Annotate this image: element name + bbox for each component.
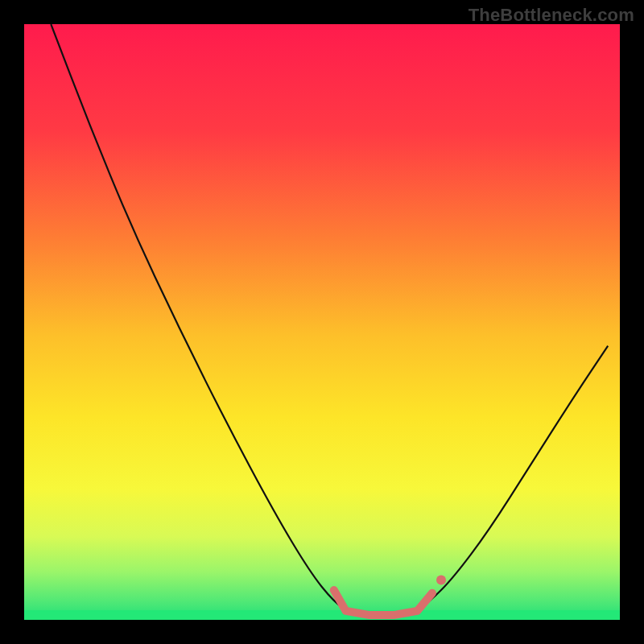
watermark-text: TheBottleneck.com bbox=[469, 5, 634, 26]
chart-frame: TheBottleneck.com bbox=[0, 0, 644, 644]
green-floor-band bbox=[24, 610, 620, 620]
optimal-range-dot bbox=[436, 575, 446, 584]
bottleneck-chart bbox=[0, 0, 644, 644]
gradient-background bbox=[24, 24, 620, 620]
